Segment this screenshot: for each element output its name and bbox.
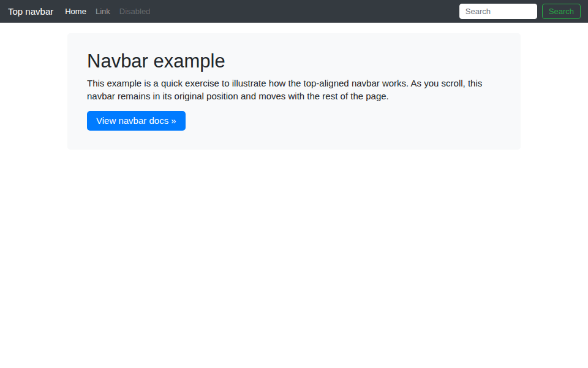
nav-item-home[interactable]: Home [65,7,86,16]
top-navbar: Top navbar Home Link Disabled Search [0,0,588,23]
navbar-brand[interactable]: Top navbar [8,0,53,23]
search-input[interactable] [459,4,537,19]
nav-item-link[interactable]: Link [96,7,110,16]
jumbotron: Navbar example This example is a quick e… [67,33,521,150]
view-navbar-docs-button[interactable]: View navbar docs » [87,111,186,131]
search-button[interactable]: Search [542,4,581,19]
page-title: Navbar example [87,51,501,72]
navbar-nav: Home Link Disabled [65,7,150,16]
nav-item-disabled: Disabled [119,7,151,16]
search-form: Search [459,4,581,19]
intro-text: This example is a quick exercise to illu… [87,77,501,102]
main-container: Navbar example This example is a quick e… [67,33,521,150]
